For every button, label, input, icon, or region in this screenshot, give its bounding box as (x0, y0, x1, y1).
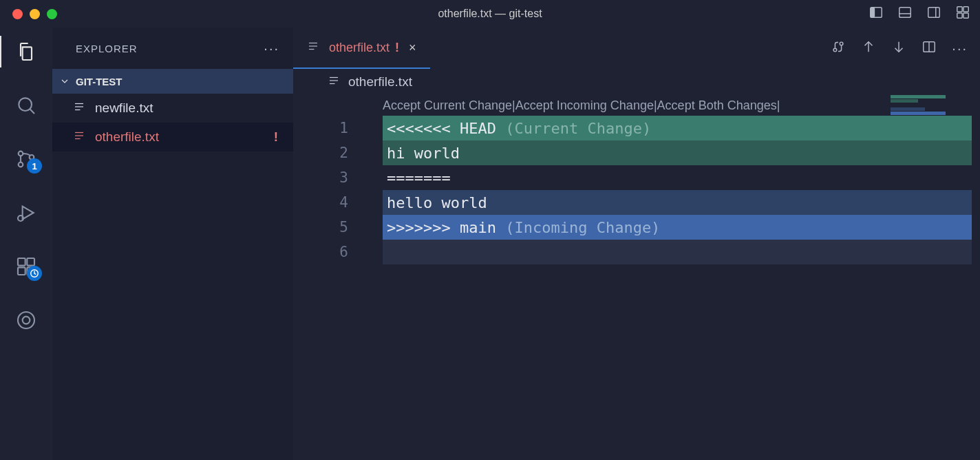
line-content[interactable]: hello world (383, 190, 972, 215)
file-name: otherfile.txt (95, 129, 159, 145)
code-line[interactable]: 5>>>>>>> main (Incoming Change) (293, 215, 980, 240)
customize-layout-icon[interactable] (955, 5, 970, 23)
accept-incoming-change[interactable]: Accept Incoming Change (515, 98, 654, 113)
line-number: 2 (293, 145, 383, 161)
sidebar-header: EXPLORER ··· (52, 28, 293, 69)
run-debug-view-icon[interactable] (14, 201, 38, 224)
accept-current-change[interactable]: Accept Current Change (383, 98, 512, 113)
svg-rect-4 (928, 8, 940, 18)
file-icon (73, 101, 85, 116)
window-minimize-button[interactable] (30, 9, 40, 19)
tab-modified-indicator: ! (395, 41, 399, 55)
line-content[interactable]: >>>>>>> main (Incoming Change) (383, 215, 972, 240)
accept-both-changes[interactable]: Accept Both Changes (657, 98, 777, 113)
extensions-view-icon[interactable] (14, 255, 38, 278)
next-change-icon[interactable] (891, 39, 906, 57)
traffic-lights (0, 9, 57, 19)
file-icon (307, 40, 319, 56)
svg-point-22 (23, 317, 30, 324)
previous-change-icon[interactable] (861, 39, 876, 57)
tab-otherfile[interactable]: otherfile.txt ! × (293, 28, 430, 69)
folder-name: GIT-TEST (76, 76, 122, 87)
svg-line-11 (30, 109, 34, 114)
extensions-badge-icon (27, 266, 42, 281)
svg-rect-17 (18, 267, 25, 275)
sidebar-more-icon[interactable]: ··· (264, 41, 279, 56)
tab-bar: otherfile.txt ! × ··· (293, 28, 980, 69)
line-content[interactable] (383, 240, 972, 264)
folder-header[interactable]: GIT-TEST (52, 69, 293, 94)
file-name: newfile.txt (95, 101, 153, 116)
svg-point-13 (19, 163, 23, 167)
toggle-panel-icon[interactable] (897, 5, 913, 23)
minimap[interactable] (891, 95, 973, 116)
svg-rect-19 (27, 258, 34, 266)
sidebar: EXPLORER ··· GIT-TEST newfile.txt otherf… (52, 28, 293, 460)
code-editor[interactable]: 1<<<<<<< HEAD (Current Change)2hi world3… (293, 116, 980, 264)
toggle-secondary-sidebar-icon[interactable] (926, 5, 941, 23)
line-number: 6 (293, 244, 383, 260)
svg-point-33 (840, 42, 844, 45)
svg-rect-6 (957, 7, 962, 12)
code-line[interactable]: 6 (293, 240, 980, 264)
breadcrumb-filename: otherfile.txt (348, 74, 412, 90)
svg-rect-2 (899, 8, 911, 18)
line-number: 5 (293, 219, 383, 236)
svg-point-32 (833, 48, 837, 52)
svg-point-12 (19, 151, 23, 156)
titlebar-actions (869, 5, 970, 23)
file-item-newfile[interactable]: newfile.txt (52, 94, 293, 123)
code-line[interactable]: 3======= (293, 165, 980, 190)
line-number: 1 (293, 120, 383, 136)
code-line[interactable]: 1<<<<<<< HEAD (Current Change) (293, 116, 980, 140)
file-status: ! (274, 129, 278, 145)
bottom-activity-icon[interactable] (14, 309, 38, 332)
svg-point-21 (18, 312, 34, 328)
codelens-sep: | (777, 98, 780, 113)
code-line[interactable]: 4hello world (293, 190, 980, 215)
explorer-view-icon[interactable] (14, 40, 38, 63)
file-icon (328, 74, 340, 90)
split-editor-icon[interactable] (922, 39, 937, 57)
editor-actions: ··· (831, 28, 968, 69)
breadcrumb[interactable]: otherfile.txt (293, 69, 980, 95)
line-number: 4 (293, 194, 383, 211)
line-content[interactable]: hi world (383, 140, 972, 165)
svg-point-10 (19, 98, 32, 111)
window-maximize-button[interactable] (47, 9, 57, 19)
activity-bar: 1 (0, 28, 52, 460)
source-control-view-icon[interactable]: 1 (14, 147, 38, 171)
file-item-otherfile[interactable]: otherfile.txt ! (52, 123, 293, 151)
code-line[interactable]: 2hi world (293, 140, 980, 165)
titlebar: otherfile.txt — git-test (0, 0, 980, 28)
svg-rect-1 (871, 8, 875, 18)
tab-close-icon[interactable]: × (409, 41, 416, 55)
svg-rect-16 (18, 258, 25, 266)
scm-badge: 1 (27, 158, 42, 174)
svg-rect-8 (957, 13, 962, 18)
editor-area: otherfile.txt ! × ··· (293, 28, 980, 460)
svg-rect-9 (963, 13, 968, 18)
merge-codelens: Accept Current Change | Accept Incoming … (293, 95, 980, 116)
toggle-primary-sidebar-icon[interactable] (869, 5, 884, 23)
search-view-icon[interactable] (14, 94, 38, 117)
window-title: otherfile.txt — git-test (438, 8, 542, 20)
file-icon (73, 129, 85, 145)
sidebar-title: EXPLORER (76, 43, 138, 54)
line-number: 3 (293, 169, 383, 186)
line-content[interactable]: <<<<<<< HEAD (Current Change) (383, 116, 972, 140)
window-close-button[interactable] (12, 9, 23, 19)
compare-changes-icon[interactable] (831, 39, 846, 57)
svg-rect-7 (963, 7, 968, 12)
line-content[interactable]: ======= (383, 165, 972, 190)
tab-filename: otherfile.txt (329, 41, 390, 55)
editor-more-icon[interactable]: ··· (952, 41, 968, 56)
